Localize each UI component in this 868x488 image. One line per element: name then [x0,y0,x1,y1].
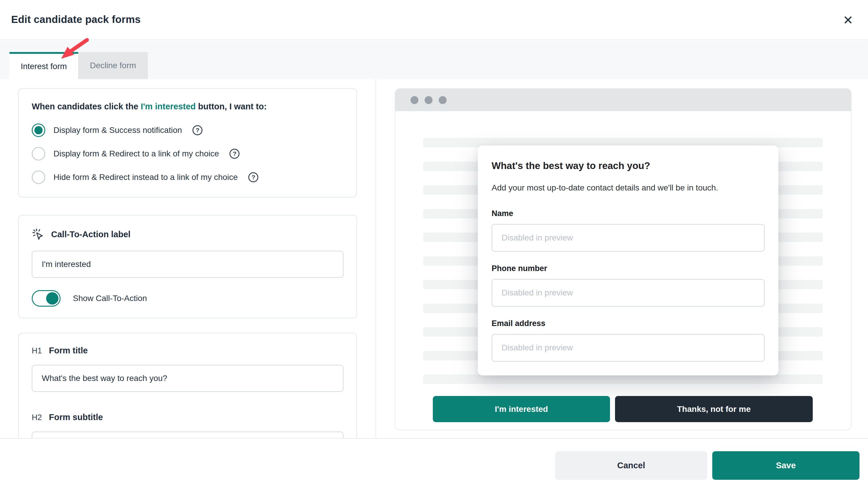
preview-decline-button: Thanks, not for me [615,396,813,422]
radio-selected-icon[interactable] [32,123,45,137]
help-icon[interactable]: ? [229,149,240,159]
form-title-label: Form title [49,346,88,356]
radio-option-success-notification[interactable]: Display form & Success notification ? [32,123,343,137]
preview-interested-button: I'm interested [433,396,610,422]
radio-unselected-icon[interactable] [32,147,45,160]
h2-tag: H2 [32,413,42,422]
browser-dot-icon [410,96,418,104]
modal-header: Edit candidate pack forms ✕ [0,0,868,40]
settings-column: When candidates click the I'm interested… [18,88,357,438]
panel-divider [375,79,376,438]
browser-dot-icon [439,96,446,104]
tab-decline-form[interactable]: Decline form [78,52,148,79]
save-button[interactable]: Save [712,451,860,480]
cta-label-input[interactable] [32,251,343,278]
preview-form-subtitle: Add your most up-to-date contact details… [492,183,765,192]
cancel-button[interactable]: Cancel [555,451,707,480]
preview-phone-input [492,279,765,307]
skeleton-row [423,374,823,384]
browser-dot-icon [425,96,433,104]
cta-card: Call-To-Action label Show Call-To-Action [18,215,357,318]
preview-email-input [492,334,765,362]
radio-option-label: Display form & Redirect to a link of my … [54,149,219,158]
preview-form-modal: What's the best way to reach you? Add yo… [478,146,778,375]
toggle-knob [46,292,59,305]
preview-name-input [492,224,765,252]
form-title-input[interactable] [32,365,343,392]
form-preview-panel: What's the best way to reach you? Add yo… [395,88,851,430]
browser-chrome-bar [395,89,851,111]
click-behavior-options: Display form & Success notification ? Di… [32,123,343,184]
show-cta-toggle[interactable] [32,290,61,307]
click-behavior-card: When candidates click the I'm interested… [18,88,357,197]
form-title-card: H1 Form title H2 Form subtitle [18,333,357,438]
close-icon[interactable]: ✕ [839,11,857,29]
preview-page-body: What's the best way to reach you? Add yo… [395,111,851,430]
show-cta-toggle-label: Show Call-To-Action [73,294,147,303]
radio-unselected-icon[interactable] [32,171,45,184]
radio-option-label: Display form & Success notification [54,125,182,135]
form-subtitle-label: Form subtitle [49,413,103,422]
h1-tag: H1 [32,346,42,356]
tab-interest-form[interactable]: Interest form [9,52,78,79]
help-icon[interactable]: ? [248,172,258,182]
preview-name-label: Name [492,209,765,218]
page-title: Edit candidate pack forms [11,13,141,25]
edit-candidate-pack-forms-modal: Edit candidate pack forms ✕ Interest for… [0,0,868,488]
radio-option-redirect[interactable]: Display form & Redirect to a link of my … [32,147,343,160]
footer-divider [0,438,868,438]
radio-option-label: Hide form & Redirect instead to a link o… [54,173,238,182]
preview-phone-label: Phone number [492,264,765,273]
radio-option-hide-redirect[interactable]: Hide form & Redirect instead to a link o… [32,171,343,184]
heading-highlight: I'm interested [141,102,196,111]
preview-form-title: What's the best way to reach you? [492,160,765,172]
help-icon[interactable]: ? [192,125,203,135]
cursor-click-icon [32,228,45,241]
form-subtitle-input[interactable] [32,432,343,438]
tab-strip: Interest form Decline form [0,40,868,79]
click-behavior-heading: When candidates click the I'm interested… [32,101,343,112]
cta-heading: Call-To-Action label [51,229,130,240]
preview-email-label: Email address [492,319,765,328]
